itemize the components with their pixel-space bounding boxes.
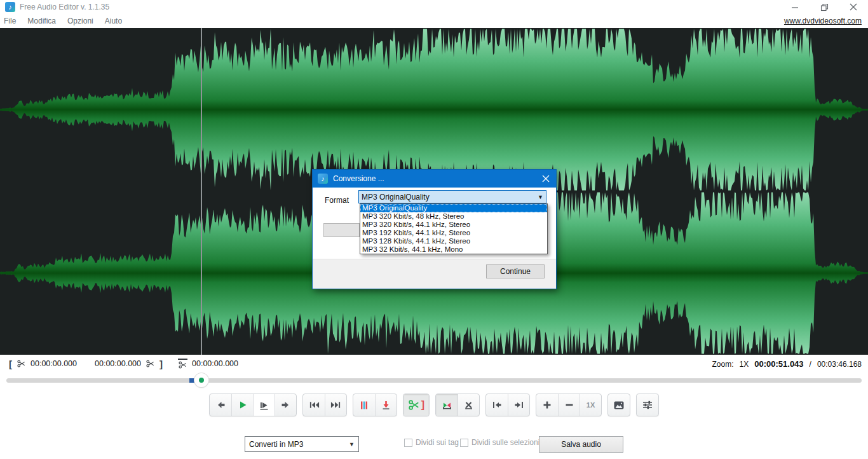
scrubber-track[interactable]: [6, 378, 862, 383]
selection-markers-button[interactable]: [436, 394, 458, 416]
combobox-caret-icon: ▼: [538, 194, 543, 200]
go-to-end-button[interactable]: [325, 394, 346, 416]
left-bracket: [: [9, 359, 12, 369]
play-button[interactable]: [231, 394, 253, 416]
hidden-browse-button[interactable]: [323, 223, 360, 237]
time-separator: /: [810, 360, 811, 369]
selection-start-time: 00:00:00.000: [31, 359, 77, 368]
zoom-value: 1X: [740, 360, 749, 369]
jump-selection-end-button[interactable]: [508, 394, 529, 416]
right-bracket: ]: [159, 359, 163, 369]
split-tags-checkbox[interactable]: [404, 439, 412, 447]
format-option-3[interactable]: MP3 192 Kbit/s, 44.1 kHz, Stereo: [360, 229, 547, 237]
dialog-body: Format MP3 OriginalQuality ▼ MP3 Origina…: [313, 188, 556, 259]
app-logo-icon: ♪: [5, 2, 15, 12]
transport-toolbar: ] 1X: [0, 394, 868, 416]
current-time: 00:00:51.043: [754, 359, 803, 369]
format-option-2[interactable]: MP3 320 Kbit/s, 44.1 kHz, Stereo: [360, 221, 547, 229]
convert-format-value: Converti in MP3: [249, 440, 303, 449]
format-option-1[interactable]: MP3 320 Kbit/s, 48 kHz, Stereo: [360, 212, 547, 221]
window-title: Free Audio Editor v. 1.1.35: [20, 3, 109, 11]
status-row: [ 00:00:00.000 00:00:00.000 ] 00:00:00.0…: [0, 355, 868, 373]
waveform-view-button[interactable]: [608, 394, 630, 416]
selection-end-time: 00:00:00.000: [95, 359, 141, 368]
selection-end-scissors-icon: [146, 359, 155, 368]
split-tags-checkbox-group: Dividi sui tag: [404, 438, 459, 447]
close-button[interactable]: [839, 0, 868, 14]
jump-selection-start-button[interactable]: [486, 394, 508, 416]
go-to-start-button[interactable]: [303, 394, 325, 416]
drop-marker-button[interactable]: [375, 394, 397, 416]
save-audio-label: Salva audio: [561, 440, 601, 449]
markers-button[interactable]: [353, 394, 375, 416]
menu-modifica[interactable]: Modifica: [22, 17, 62, 25]
split-selections-checkbox-group: Dividi sulle selezioni: [460, 438, 539, 447]
format-option-4[interactable]: MP3 128 Kbit/s, 44.1 kHz, Stereo: [360, 237, 547, 245]
bottom-bar: Converti in MP3 ▼ Dividi sui tag Dividi …: [0, 435, 868, 454]
scrubber-handle[interactable]: [194, 373, 208, 387]
zoom-in-button[interactable]: [536, 394, 558, 416]
play-selection-button[interactable]: [253, 394, 275, 416]
zoom-reset-label: 1X: [587, 401, 595, 409]
continue-label: Continue: [500, 267, 531, 276]
continue-button[interactable]: Continue: [486, 264, 545, 278]
conversion-dialog: ♪ Conversione ... Format MP3 OriginalQua…: [312, 169, 557, 289]
selection-start-scissors-icon: [17, 359, 26, 368]
dialog-titlebar[interactable]: ♪ Conversione ...: [313, 170, 556, 188]
dialog-title: Conversione ...: [333, 174, 384, 183]
dialog-footer: Continue: [313, 259, 556, 289]
menubar: FileModificaOpzioniAiuto www.dvdvideosof…: [0, 14, 868, 28]
step-back-button[interactable]: [210, 394, 231, 416]
step-forward-button[interactable]: [275, 394, 296, 416]
total-time: 00:03:46.168: [817, 360, 862, 369]
dialog-app-icon: ♪: [318, 174, 328, 184]
format-label: Format: [325, 194, 349, 207]
split-selections-checkbox[interactable]: [460, 439, 468, 447]
select-caret-icon: ▼: [349, 441, 355, 448]
format-combobox[interactable]: MP3 OriginalQuality ▼: [358, 190, 546, 203]
cut-scissors-icon: [178, 359, 187, 369]
website-link[interactable]: www.dvdvideosoft.com: [784, 17, 862, 25]
effects-sliders-button[interactable]: [637, 394, 658, 416]
split-tags-label: Dividi sui tag: [416, 438, 459, 447]
menu-opzioni[interactable]: Opzioni: [62, 17, 99, 25]
split-selections-label: Dividi sulle selezioni: [471, 438, 539, 447]
titlebar: ♪ Free Audio Editor v. 1.1.35: [0, 0, 868, 14]
format-option-5[interactable]: MP3 32 Kbit/s, 44.1 kHz, Mono: [360, 245, 547, 254]
clear-selection-button[interactable]: [458, 394, 479, 416]
format-option-0[interactable]: MP3 OriginalQuality: [360, 204, 547, 212]
menu-file[interactable]: File: [0, 17, 22, 25]
cut-selection-button[interactable]: ]: [403, 394, 429, 416]
zoom-reset-button[interactable]: 1X: [580, 394, 601, 416]
save-audio-button[interactable]: Salva audio: [539, 436, 623, 453]
zoom-out-button[interactable]: [558, 394, 580, 416]
format-dropdown-list: MP3 OriginalQualityMP3 320 Kbit/s, 48 kH…: [360, 203, 548, 254]
cut-length-time: 00:00:00.000: [192, 359, 238, 368]
zoom-label: Zoom:: [712, 360, 734, 369]
cut-bracket-icon: ]: [421, 399, 424, 411]
dialog-close-button[interactable]: [536, 170, 556, 188]
menu-aiuto[interactable]: Aiuto: [99, 17, 128, 25]
minimize-button[interactable]: [780, 0, 810, 14]
convert-format-select[interactable]: Converti in MP3 ▼: [245, 436, 359, 452]
restore-button[interactable]: [810, 0, 839, 14]
format-combobox-value: MP3 OriginalQuality: [362, 193, 430, 202]
